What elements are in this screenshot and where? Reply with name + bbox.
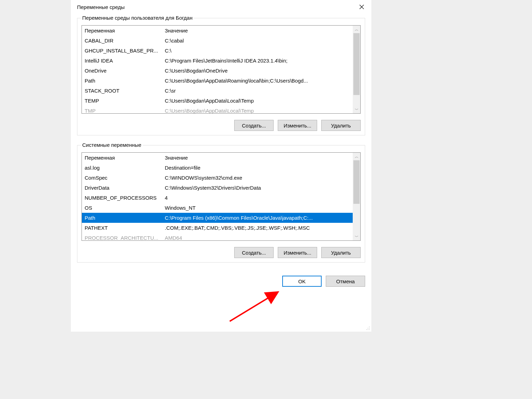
system-variables-label: Системные переменные <box>81 142 143 148</box>
user-variables-group: Переменные среды пользователя для Богдан… <box>77 18 365 135</box>
scrollbar[interactable]: ︿ ﹀ <box>353 26 360 113</box>
system-variables-group: Системные переменные Переменная Значение… <box>77 145 365 263</box>
table-row[interactable]: CABAL_DIR C:\cabal <box>82 36 353 46</box>
table-row[interactable]: OneDrive C:\Users\Bogdan\OneDrive <box>82 66 353 76</box>
list-header[interactable]: Переменная Значение <box>82 26 353 36</box>
svg-point-5 <box>366 329 367 330</box>
system-variables-list[interactable]: Переменная Значение asl.log Destination=… <box>82 152 361 241</box>
column-header-name[interactable]: Переменная <box>85 155 165 161</box>
column-header-value[interactable]: Значение <box>165 155 353 161</box>
system-delete-button[interactable]: Удалить <box>321 247 361 258</box>
user-variables-label: Переменные среды пользователя для Богдан <box>81 15 194 21</box>
table-row[interactable]: Path C:\Users\Bogdan\AppData\Roaming\loc… <box>82 76 353 86</box>
user-delete-button[interactable]: Удалить <box>321 120 361 131</box>
column-header-name[interactable]: Переменная <box>85 28 165 34</box>
system-edit-button[interactable]: Изменить... <box>278 247 317 258</box>
table-row[interactable]: Path C:\Program Files (x86)\Common Files… <box>82 213 353 223</box>
list-header[interactable]: Переменная Значение <box>82 153 353 163</box>
scroll-down-icon[interactable]: ﹀ <box>353 233 360 240</box>
resize-grip-icon[interactable] <box>365 325 371 331</box>
cancel-button[interactable]: Отмена <box>326 276 365 287</box>
table-row[interactable]: PROCESSOR_ARCHITECTU... AMD64 <box>82 233 353 241</box>
table-row[interactable]: TEMP C:\Users\Bogdan\AppData\Local\Temp <box>82 96 353 106</box>
ok-button[interactable]: OK <box>282 276 322 287</box>
svg-point-7 <box>369 329 370 330</box>
environment-variables-dialog: Переменные среды Переменные среды пользо… <box>71 0 371 332</box>
table-row[interactable]: NUMBER_OF_PROCESSORS 4 <box>82 193 353 203</box>
user-edit-button[interactable]: Изменить... <box>278 120 317 131</box>
user-variables-list[interactable]: Переменная Значение CABAL_DIR C:\cabal G… <box>82 25 361 114</box>
table-row[interactable]: IntelliJ IDEA C:\Program Files\JetBrains… <box>82 56 353 66</box>
svg-point-2 <box>369 326 370 327</box>
user-new-button[interactable]: Создать... <box>234 120 274 131</box>
scroll-up-icon[interactable]: ︿ <box>353 26 360 33</box>
dialog-title: Переменные среды <box>77 4 125 10</box>
table-row[interactable]: OS Windows_NT <box>82 203 353 213</box>
scroll-thumb[interactable] <box>353 33 360 95</box>
scroll-down-icon[interactable]: ﹀ <box>353 106 360 113</box>
close-icon[interactable] <box>358 3 366 11</box>
titlebar: Переменные среды <box>71 0 371 14</box>
system-new-button[interactable]: Создать... <box>234 247 274 258</box>
table-row[interactable]: STACK_ROOT C:\sr <box>82 86 353 96</box>
table-row[interactable]: ComSpec C:\WINDOWS\system32\cmd.exe <box>82 173 353 183</box>
svg-point-4 <box>369 328 370 329</box>
table-row[interactable]: asl.log Destination=file <box>82 163 353 173</box>
scroll-up-icon[interactable]: ︿ <box>353 153 360 160</box>
svg-point-6 <box>368 329 368 330</box>
scroll-thumb[interactable] <box>353 160 360 204</box>
table-row[interactable]: GHCUP_INSTALL_BASE_PR... C:\ <box>82 46 353 56</box>
table-row[interactable]: PATHEXT .COM;.EXE;.BAT;.CMD;.VBS;.VBE;.J… <box>82 223 353 233</box>
table-row[interactable]: DriverData C:\Windows\System32\Drivers\D… <box>82 183 353 193</box>
table-row[interactable]: TMP C:\Users\Bogdan\AppData\Local\Temp <box>82 106 353 114</box>
column-header-value[interactable]: Значение <box>165 28 353 34</box>
scrollbar[interactable]: ︿ ﹀ <box>353 153 360 240</box>
svg-point-3 <box>368 328 368 329</box>
